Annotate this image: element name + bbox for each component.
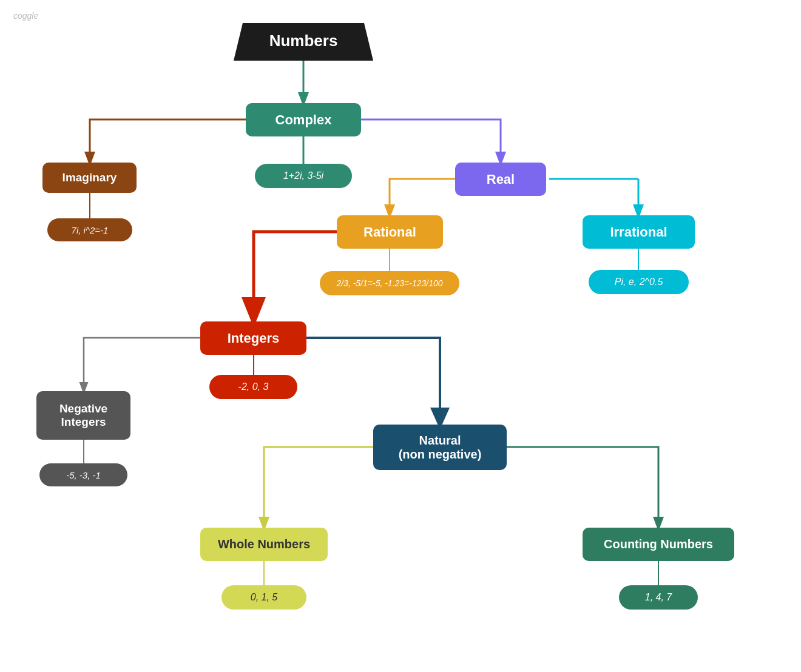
numbers-node[interactable]: Numbers	[234, 23, 373, 61]
integers-node[interactable]: Integers	[200, 321, 306, 355]
imaginary-example-node: 7i, i^2=-1	[47, 218, 132, 241]
irrational-example-node: Pi, e, 2^0.5	[589, 270, 689, 294]
natural-node[interactable]: Natural (non negative)	[373, 425, 507, 470]
rational-node[interactable]: Rational	[337, 215, 443, 249]
irrational-node[interactable]: Irrational	[583, 215, 695, 249]
imaginary-node[interactable]: Imaginary	[42, 163, 137, 193]
counting-example-node: 1, 4, 7	[619, 585, 698, 610]
negative-example-node: -5, -3, -1	[39, 463, 127, 486]
whole-example-node: 0, 1, 5	[221, 585, 306, 610]
real-node[interactable]: Real	[455, 163, 546, 196]
complex-node[interactable]: Complex	[246, 103, 361, 136]
counting-numbers-node[interactable]: Counting Numbers	[583, 528, 734, 561]
integers-example-node: -2, 0, 3	[209, 375, 297, 399]
whole-numbers-node[interactable]: Whole Numbers	[200, 528, 328, 561]
negative-integers-node[interactable]: Negative Integers	[36, 391, 130, 440]
complex-example-node: 1+2i, 3-5i	[255, 164, 352, 188]
rational-example-node: 2/3, -5/1=-5, -1.23=-123/100	[320, 271, 459, 295]
coggle-logo: coggle	[13, 11, 38, 21]
svg-text:Numbers: Numbers	[269, 32, 338, 50]
